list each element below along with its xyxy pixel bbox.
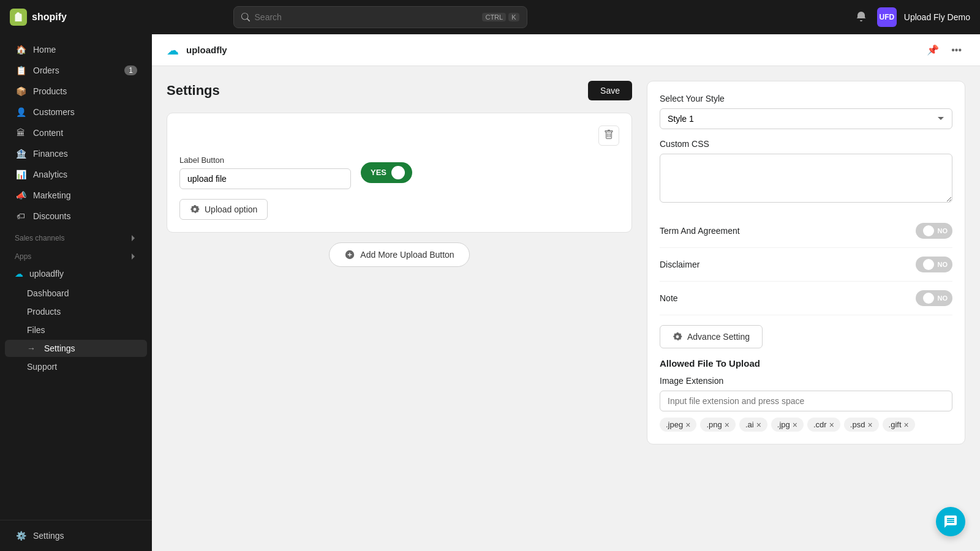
app-name: uploadfly: [29, 269, 64, 279]
term-toggle-button[interactable]: NO: [916, 223, 953, 239]
disclaimer-toggle-row: Disclaimer NO: [660, 248, 952, 282]
advance-setting-button[interactable]: Advance Setting: [660, 325, 763, 348]
sidebar-label-home: Home: [33, 45, 56, 54]
chevron-right-apps-icon: [129, 252, 137, 261]
arrow-icon: →: [27, 343, 36, 353]
topbar: shopify CTRL K UFD Upload Fly Demo: [0, 0, 980, 34]
label-button-label: Label Button: [179, 156, 351, 165]
sidebar-settings-label: Settings: [33, 531, 64, 541]
sidebar-app-uploadfly[interactable]: ☁ uploadfly: [5, 264, 147, 283]
tag-gift: .gift ×: [883, 418, 915, 432]
support-label: Support: [27, 362, 57, 372]
tag-png-remove[interactable]: ×: [725, 421, 729, 429]
sales-channels-section: Sales channels: [0, 227, 152, 245]
avatar[interactable]: UFD: [877, 7, 897, 27]
sidebar-sub-files[interactable]: Files: [5, 321, 147, 339]
toggle-circle: [391, 166, 405, 179]
sidebar-sub-support[interactable]: Support: [5, 358, 147, 375]
sidebar: 🏠 Home 📋 Orders 1 📦 Products 👤 Customers…: [0, 34, 152, 551]
style-select[interactable]: Style 1 Style 2 Style 3: [660, 108, 952, 129]
tag-png: .png ×: [700, 418, 736, 432]
image-ext-label: Image Extension: [660, 376, 952, 386]
k-key: K: [508, 13, 519, 21]
tag-gift-remove[interactable]: ×: [904, 421, 909, 429]
settings-sub-label: Settings: [44, 343, 75, 353]
save-button[interactable]: Save: [588, 81, 632, 100]
tag-ai-remove[interactable]: ×: [756, 421, 761, 429]
tag-jpeg: .jpeg ×: [660, 418, 696, 432]
upload-option-button[interactable]: Upload option: [179, 199, 268, 220]
sidebar-item-settings-bottom[interactable]: ⚙️ Settings: [5, 526, 147, 545]
right-panel: Select Your Style Style 1 Style 2 Style …: [647, 81, 965, 444]
advance-label: Advance Setting: [687, 332, 750, 342]
tags-row: .jpeg × .png × .ai × .jpg: [660, 418, 952, 432]
upload-option-row: Upload option: [179, 199, 619, 220]
sidebar-item-marketing[interactable]: 📣 Marketing: [5, 186, 147, 205]
advance-gear-icon: [673, 332, 682, 342]
note-toggle-circle: [923, 293, 934, 304]
chat-bubble-button[interactable]: [936, 507, 965, 536]
tag-jpg-label: .jpg: [777, 420, 790, 429]
logo: shopify: [10, 9, 67, 26]
sidebar-item-content[interactable]: 🏛 Content: [5, 123, 147, 143]
tag-gift-label: .gift: [889, 420, 902, 429]
upload-card-header: [179, 126, 619, 146]
sidebar-label-analytics: Analytics: [33, 170, 67, 179]
sidebar-bottom: ⚙️ Settings: [0, 520, 152, 546]
finances-icon: 🏦: [15, 149, 27, 159]
search-bar[interactable]: CTRL K: [233, 6, 527, 28]
sidebar-item-home[interactable]: 🏠 Home: [5, 40, 147, 59]
disclaimer-toggle-button[interactable]: NO: [916, 257, 953, 272]
dashboard-label: Dashboard: [27, 288, 69, 298]
add-more-button[interactable]: Add More Upload Button: [329, 242, 469, 267]
pin-button[interactable]: 📌: [923, 42, 943, 58]
custom-css-textarea[interactable]: [660, 154, 952, 203]
topbar-right: UFD Upload Fly Demo: [853, 7, 970, 27]
extension-input[interactable]: [660, 391, 952, 411]
layout: 🏠 Home 📋 Orders 1 📦 Products 👤 Customers…: [0, 34, 980, 551]
label-input[interactable]: [179, 168, 351, 189]
home-icon: 🏠: [15, 45, 27, 54]
main-content: ☁ uploadfly 📌 ••• Settings Save: [152, 34, 980, 551]
sidebar-item-analytics[interactable]: 📊 Analytics: [5, 165, 147, 184]
apps-section: Apps: [0, 245, 152, 263]
notification-button[interactable]: [853, 8, 870, 27]
toggle-yes-button[interactable]: YES: [361, 162, 412, 183]
search-input[interactable]: [255, 12, 478, 22]
trash-icon: [604, 130, 614, 140]
discounts-icon: 🏷: [15, 211, 27, 221]
sidebar-sub-dashboard[interactable]: Dashboard: [5, 285, 147, 302]
more-button[interactable]: •••: [948, 42, 965, 58]
analytics-icon: 📊: [15, 170, 27, 179]
sidebar-label-orders: Orders: [33, 66, 59, 75]
tag-cdr-remove[interactable]: ×: [829, 421, 834, 429]
note-toggle-button[interactable]: NO: [916, 290, 953, 306]
note-label: Note: [660, 293, 678, 303]
logo-text: shopify: [32, 12, 67, 23]
delete-button[interactable]: [598, 126, 619, 146]
tag-psd: .psd ×: [844, 418, 879, 432]
sidebar-item-products[interactable]: 📦 Products: [5, 81, 147, 101]
tag-cdr: .cdr ×: [807, 418, 840, 432]
orders-icon: 📋: [15, 66, 27, 75]
app-header-actions: 📌 •••: [923, 42, 965, 58]
files-label: Files: [27, 325, 45, 335]
toggle-label: YES: [371, 168, 386, 177]
settings-gear-icon: ⚙️: [15, 531, 27, 541]
sidebar-sub-settings[interactable]: → Settings: [5, 340, 147, 357]
tag-jpg-remove[interactable]: ×: [793, 421, 797, 429]
plus-circle-icon: [344, 249, 355, 260]
sidebar-item-discounts[interactable]: 🏷 Discounts: [5, 206, 147, 226]
sidebar-sub-products[interactable]: Products: [5, 303, 147, 320]
sidebar-label-finances: Finances: [33, 149, 68, 159]
tag-ai: .ai ×: [739, 418, 767, 432]
custom-css-label: Custom CSS: [660, 139, 952, 149]
products-icon: 📦: [15, 86, 27, 96]
sub-products-label: Products: [27, 307, 61, 317]
sidebar-item-orders[interactable]: 📋 Orders 1: [5, 61, 147, 80]
tag-jpeg-remove[interactable]: ×: [685, 421, 690, 429]
term-toggle-row: Term And Agreement NO: [660, 214, 952, 248]
sidebar-item-customers[interactable]: 👤 Customers: [5, 102, 147, 122]
tag-psd-remove[interactable]: ×: [867, 421, 872, 429]
sidebar-item-finances[interactable]: 🏦 Finances: [5, 144, 147, 163]
